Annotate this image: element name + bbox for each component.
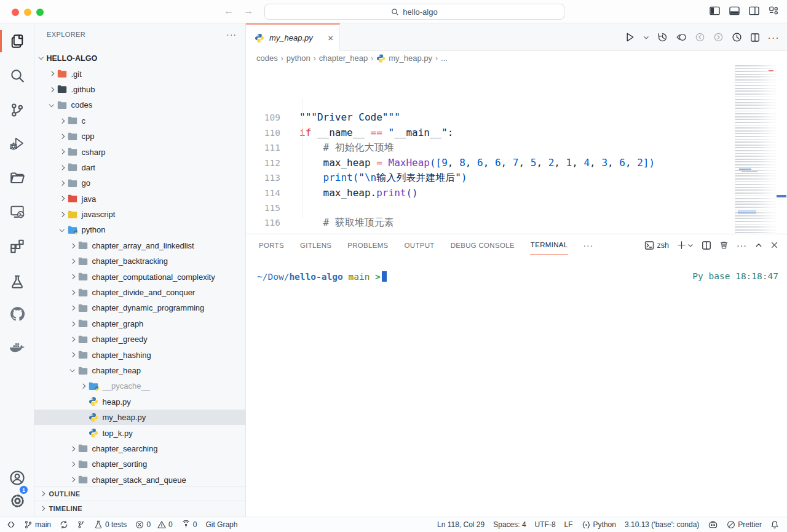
- close-panel-icon[interactable]: [770, 241, 778, 249]
- tree-item--pycache-[interactable]: __pycache__: [34, 378, 245, 394]
- activity-docker-icon[interactable]: [0, 333, 34, 362]
- maximize-panel-icon[interactable]: [755, 242, 762, 249]
- tree-item-chapter-computational-complexity[interactable]: chapter_computational_complexity: [34, 269, 245, 284]
- close-button[interactable]: [12, 9, 19, 16]
- overview-ruler[interactable]: [776, 65, 787, 234]
- tree-item-chapter-searching[interactable]: chapter_searching: [34, 441, 245, 456]
- breadcrumb-item[interactable]: python: [287, 54, 310, 63]
- panel-tab-debug-console[interactable]: DEBUG CONSOLE: [450, 236, 515, 255]
- explorer-more-actions-icon[interactable]: ···: [226, 30, 237, 39]
- settings-gear-icon[interactable]: [0, 486, 34, 515]
- tree-item-chapter-array-and-linkedlist[interactable]: chapter_array_and_linkedlist: [34, 238, 245, 253]
- split-terminal-icon[interactable]: [702, 240, 711, 250]
- toggle-sidebar-right-icon[interactable]: [749, 6, 759, 15]
- panel-more-icon[interactable]: ···: [737, 240, 747, 250]
- tree-item-javascript[interactable]: javascript: [34, 207, 245, 222]
- run-dropdown-icon[interactable]: [643, 34, 649, 41]
- status-sync[interactable]: [55, 520, 73, 529]
- tree-item--github[interactable]: .github: [34, 82, 245, 97]
- activity-extensions-icon[interactable]: [0, 231, 34, 261]
- status-copilot[interactable]: [703, 520, 722, 530]
- tree-item-codes[interactable]: codes: [34, 97, 245, 113]
- tree-item-dart[interactable]: dart: [34, 160, 245, 175]
- tree-item-chapter-greedy[interactable]: chapter_greedy: [34, 332, 245, 347]
- status-indentation[interactable]: Spaces: 4: [489, 520, 530, 529]
- activity-github-icon[interactable]: [0, 299, 34, 328]
- tree-item-c[interactable]: c: [34, 113, 245, 129]
- tree-item-python[interactable]: python: [34, 222, 245, 237]
- tree-root-hello-algo[interactable]: HELLO-ALGO: [34, 50, 245, 66]
- tree-item-chapter-hashing[interactable]: chapter_hashing: [34, 347, 245, 362]
- status-ports[interactable]: 0: [177, 520, 202, 529]
- panel-tabs-more-icon[interactable]: ···: [583, 240, 593, 250]
- status-notifications[interactable]: [766, 520, 783, 529]
- minimap[interactable]: [735, 65, 776, 234]
- status-git-graph[interactable]: Git Graph: [201, 520, 242, 529]
- tree-item-chapter-divide-and-conquer[interactable]: chapter_divide_and_conquer: [34, 285, 245, 300]
- status-eol[interactable]: LF: [560, 520, 577, 529]
- tree-item-chapter-dynamic-programming[interactable]: chapter_dynamic_programming: [34, 300, 245, 316]
- tab-close-icon[interactable]: ×: [328, 33, 333, 43]
- terminal-instance-zsh[interactable]: zsh: [644, 240, 669, 250]
- breadcrumb-item[interactable]: codes: [256, 54, 278, 63]
- activity-testing-icon[interactable]: [0, 267, 34, 296]
- status-branch[interactable]: main: [20, 520, 55, 529]
- panel-tab-problems[interactable]: PROBLEMS: [347, 236, 389, 255]
- panel-tab-terminal[interactable]: TERMINAL: [530, 236, 569, 255]
- section-timeline[interactable]: TIMELINE: [34, 501, 245, 515]
- panel-tab-gitlens[interactable]: GITLENS: [299, 236, 332, 255]
- gitlens-graph-icon[interactable]: [732, 32, 742, 42]
- tree-item-java[interactable]: java: [34, 191, 245, 207]
- timeline-icon[interactable]: [657, 32, 668, 42]
- prev-change-icon[interactable]: [695, 32, 705, 42]
- toggle-sidebar-left-icon[interactable]: [710, 6, 720, 15]
- tree-item-chapter-graph[interactable]: chapter_graph: [34, 316, 245, 332]
- activity-file-browser-icon[interactable]: [0, 163, 34, 193]
- status-language-mode[interactable]: Python: [577, 520, 620, 530]
- panel-tab-output[interactable]: OUTPUT: [404, 236, 435, 255]
- status-encoding[interactable]: UTF-8: [531, 520, 560, 529]
- tree-item-chapter-heap[interactable]: chapter_heap: [34, 363, 245, 378]
- tree-item-chapter-backtracking[interactable]: chapter_backtracking: [34, 253, 245, 269]
- activity-explorer-icon[interactable]: [0, 26, 34, 56]
- status-python-interpreter[interactable]: 3.10.13 ('base': conda): [620, 520, 703, 529]
- status-tests[interactable]: 0 tests: [90, 520, 131, 529]
- terminal[interactable]: ~/Dow/hello-algo main > Py base 18:18:47: [257, 271, 778, 282]
- run-button[interactable]: [625, 32, 635, 42]
- breadcrumb-item[interactable]: my_heap.py: [389, 54, 432, 63]
- zoom-button[interactable]: [36, 9, 44, 16]
- tree-item-csharp[interactable]: csharp: [34, 144, 245, 159]
- tree-item--git[interactable]: .git: [34, 66, 245, 81]
- more-actions-icon[interactable]: ···: [768, 32, 780, 42]
- split-editor-icon[interactable]: [750, 33, 760, 42]
- activity-source-control-icon[interactable]: [0, 95, 34, 125]
- toggle-panel-icon[interactable]: [729, 6, 740, 15]
- tree-item-heap-py[interactable]: heap.py: [34, 394, 245, 410]
- tree-item-cpp[interactable]: cpp: [34, 129, 245, 144]
- breadcrumb[interactable]: codes›python›chapter_heap›my_heap.py›...: [246, 51, 787, 65]
- section-outline[interactable]: OUTLINE: [34, 486, 245, 501]
- activity-run-and-debug-icon[interactable]: [0, 129, 34, 158]
- tree-item-chapter-sorting[interactable]: chapter_sorting: [34, 456, 245, 472]
- minimize-button[interactable]: [24, 9, 31, 16]
- next-change-icon[interactable]: [713, 32, 724, 42]
- customize-layout-icon[interactable]: [769, 6, 778, 15]
- status-cursor-position[interactable]: Ln 118, Col 29: [433, 520, 489, 529]
- tree-item-my-heap-py[interactable]: my_heap.py: [34, 410, 245, 425]
- status-prettier[interactable]: Prettier: [722, 520, 766, 529]
- command-center-search[interactable]: hello-algo: [264, 4, 564, 20]
- back-arrow-icon[interactable]: ←: [224, 6, 234, 17]
- code-editor[interactable]: 109"""Driver Code"""110if __name__ == "_…: [246, 65, 787, 234]
- activity-remote-explorer-icon[interactable]: [0, 197, 34, 226]
- status-problems[interactable]: 00: [131, 520, 176, 529]
- tree-item-top-k-py[interactable]: top_k.py: [34, 425, 245, 440]
- status-gitlens[interactable]: [73, 520, 90, 529]
- status-remote[interactable]: [2, 520, 20, 529]
- forward-arrow-icon[interactable]: →: [243, 6, 253, 17]
- gitlens-compare-icon[interactable]: [676, 32, 687, 42]
- breadcrumb-item[interactable]: chapter_heap: [319, 54, 368, 63]
- activity-search-icon[interactable]: [0, 61, 34, 90]
- new-terminal-icon[interactable]: [677, 240, 694, 250]
- panel-tab-ports[interactable]: PORTS: [258, 236, 285, 255]
- tree-item-go[interactable]: go: [34, 175, 245, 191]
